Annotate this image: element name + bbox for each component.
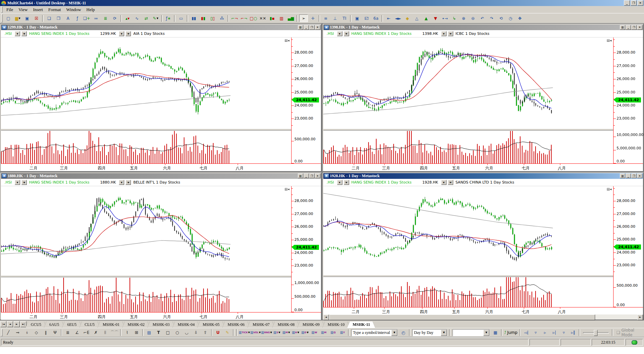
minimize-button[interactable]: _ [624,0,630,6]
index-interval-button[interactable]: I▼ [21,31,27,36]
symbol-interval-button[interactable]: I▼ [448,180,453,185]
price-axis[interactable]: 28,000.0027,000.0026,000.0025,000.0024,0… [291,186,321,312]
close-button[interactable]: ✕ [315,25,320,30]
drawing-tools-button[interactable]: ✎▼ [151,14,160,22]
pitchfork-button[interactable]: Ψ [51,329,60,337]
undo-all-button[interactable]: ⟲ [497,14,505,22]
window-list-button[interactable]: ≔ [92,14,100,22]
index-dropdown-button[interactable]: ▼ [15,31,20,36]
minimize-button[interactable]: _ [304,25,309,30]
freehand-button[interactable]: ⌇ [123,329,132,337]
replay-end-button[interactable]: ▹‖ [569,329,577,337]
grid-button[interactable]: ⊞ [132,329,141,337]
scroll-up-button[interactable]: ▲ [422,14,430,22]
symbol-interval-button[interactable]: I▼ [126,31,131,36]
workspace-tab-MSHK-01[interactable]: MSHK-01 [97,322,125,328]
report-button[interactable]: ≣ [101,14,110,22]
minimize-button[interactable]: _ [626,25,631,30]
volume-chart-canvas[interactable] [323,276,614,307]
window-cascade-button[interactable]: ▣ [353,14,361,22]
fib-extension-button[interactable]: ⌐E [82,329,91,337]
price-chart-canvas[interactable] [1,38,292,129]
chart-hscrollbar[interactable]: ◄► [323,314,643,320]
window-quote-button[interactable]: 6a [372,14,380,22]
menu-item-window[interactable]: Window [64,6,84,13]
point-figure-button[interactable]: □○ [249,14,258,22]
workspace-tab-MSHK-11[interactable]: MSHK-11 [347,322,375,328]
fib-timezones-button[interactable]: ⦙⦙ [101,329,109,337]
scroll-tabs-right-button[interactable]: ► [14,321,20,327]
zoom-in-button[interactable]: ⊕ [459,14,468,22]
minimize-button[interactable]: _ [626,173,631,178]
close-button[interactable]: ✕ [637,25,642,30]
step-forward-button[interactable]: ↳ [450,14,459,22]
price-axis[interactable]: 28,000.0027,000.0026,000.0025,000.0024,0… [291,38,321,163]
volume-chart-canvas[interactable] [1,130,292,163]
workspace-tab-MSHK-06[interactable]: MSHK-06 [222,322,250,328]
insert-curve-button[interactable]: ∿ [133,14,141,22]
save-desktop-button[interactable]: ▣ [23,14,31,22]
replay-back-options-button[interactable]: ▿ [531,329,540,337]
workspace-tab-GCU5[interactable]: GCU5 [25,322,47,328]
format-candles-button[interactable]: ▮▮ [199,14,208,22]
replay-speed-combobox[interactable]: ▼ [453,329,490,336]
menu-item-insert[interactable]: Insert [30,6,46,13]
equivolume-button[interactable]: ▥ [277,14,286,22]
resolution-q-button[interactable]: ▥Q [329,329,337,337]
format-bars-button[interactable]: ▯▯ [208,14,217,22]
symbol-interval-button[interactable]: I▼ [448,31,453,36]
replay-speed-slider[interactable] [583,330,609,336]
format-axis-button[interactable]: ⊥ [331,14,339,22]
minimize-button[interactable]: _ [304,173,309,178]
resolution-m-button[interactable]: ▥M [319,329,328,337]
slider-thumb[interactable] [594,330,597,336]
workspace-tab-MSHK-02[interactable]: MSHK-02 [122,322,150,328]
scroll-down-button[interactable]: ▼ [431,14,440,22]
close-window-button[interactable]: ☒ [32,14,41,22]
index-interval-button[interactable]: I▼ [344,31,349,36]
symbol-dropdown-button[interactable]: ▼ [119,31,124,36]
price-axis[interactable]: 28,000.0027,000.0026,000.0025,000.0024,0… [613,38,643,163]
insert-study-button[interactable]: ƒ∗ [164,14,173,22]
chart-mode-button[interactable]: ▥ [298,25,303,30]
symbol-dropdown-button[interactable]: ▼ [441,180,447,185]
cycle-lines-button[interactable]: ⌒⌒ [110,329,119,337]
index-dropdown-button[interactable]: ▼ [15,180,20,185]
index-interval-button[interactable]: I▼ [21,180,27,185]
bars-up-down-button[interactable]: ⌐¬ [230,14,239,22]
workspace-tab-CLU5[interactable]: CLU5 [79,322,100,328]
window-chart-button[interactable]: 🗠 [362,14,371,22]
fib-retracement-button[interactable]: ≣ [63,329,72,337]
insert-arrows-button[interactable]: ⇄ [142,14,151,22]
rectangle-button[interactable]: □ [164,329,172,337]
chart-titlebar[interactable]: ▦1398.HK - 1 Day - Metastock▥_❐✕ [323,24,643,30]
restore-button[interactable]: ❐ [309,173,315,178]
workspace-tab-MSHK-05[interactable]: MSHK-05 [197,322,225,328]
ellipse-button[interactable]: ○ [173,329,182,337]
add-window-button[interactable]: ❏+ [82,14,91,22]
close-button[interactable]: ✕ [637,0,643,6]
trendline-button[interactable]: ╱ [4,329,13,337]
combo-dropdown-button[interactable]: ▼ [441,330,447,336]
replay-mode-combobox[interactable]: Day by Day▼ [412,329,447,336]
price-chart-canvas[interactable] [323,186,614,275]
format-indicator-button[interactable]: TI [340,14,349,22]
eject-button[interactable]: △ [412,14,421,22]
scroll-thumb[interactable] [329,314,595,320]
workspace-tab-MSHK-09[interactable]: MSHK-09 [297,322,325,328]
redo-button[interactable]: ↷ [487,14,496,22]
interval-wait-button[interactable]: ◆ [403,14,412,22]
symbol-interval-button[interactable]: I▼ [126,180,131,185]
paste-window-button[interactable]: ❐ [54,14,63,22]
x-marks-button[interactable]: ✕✕ [258,14,267,22]
candle-volume-button[interactable]: ▮▪ [268,14,276,22]
open-workspace-button[interactable]: ▆▼ [13,14,22,22]
index-interval-button[interactable]: I▼ [344,180,349,185]
time-zoom-button[interactable]: ◷ [506,14,515,22]
magnet-button[interactable]: U [214,329,222,337]
jump-button[interactable]: ⤴Jump [504,329,518,337]
instant-replay-clock-button[interactable]: ◴ [399,329,408,337]
zoom-out-button[interactable]: ⊖ [469,14,477,22]
scroll-tabs-left-button[interactable]: ◄ [7,321,13,327]
chart-mode-button[interactable]: ▥ [298,173,303,178]
